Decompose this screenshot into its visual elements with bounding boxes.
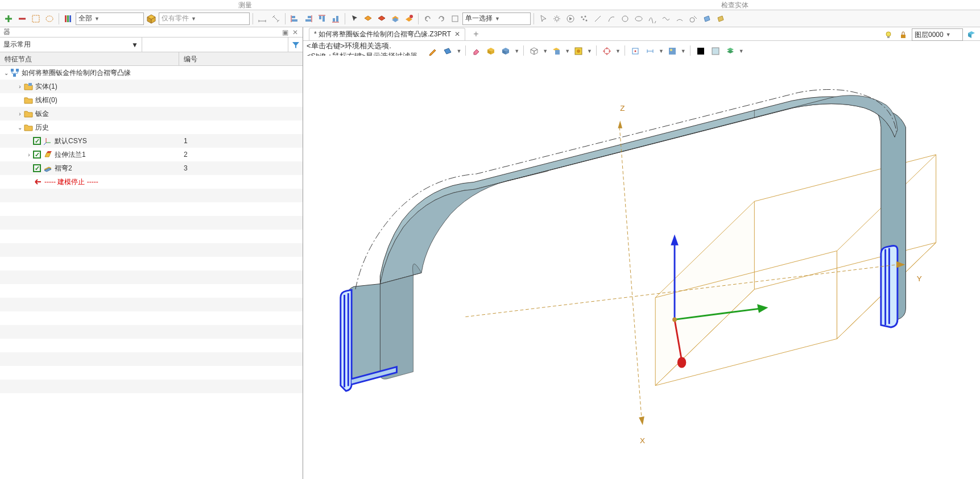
rect-select-icon[interactable] (449, 13, 461, 25)
doc-tab-active[interactable]: * 如何将整圈钣金件绘制闭合褶弯凸缘.Z3PRT ✕ (309, 28, 465, 40)
expander-icon[interactable]: ⌄ (16, 124, 24, 131)
svg-rect-11 (308, 16, 311, 18)
line-icon[interactable] (592, 13, 604, 25)
svg-marker-58 (531, 49, 534, 55)
svg-rect-75 (901, 35, 905, 38)
align-top-icon[interactable] (316, 13, 328, 25)
tree-row-wireframe[interactable]: 线框(0) (0, 93, 303, 107)
circle-icon[interactable] (619, 13, 631, 25)
panel-title: 器 (3, 27, 10, 37)
expander-icon[interactable]: › (16, 111, 24, 117)
svg-rect-43 (28, 83, 32, 86)
color-bars-icon[interactable] (62, 13, 75, 25)
viewport-panel: * 如何将整圈钣金件绘制闭合褶弯凸缘.Z3PRT ✕ + <单击右键>环境相关选… (303, 27, 980, 479)
layers-person-icon[interactable] (403, 13, 415, 25)
remove-icon[interactable] (16, 13, 28, 25)
svg-rect-40 (11, 69, 14, 72)
wave-icon[interactable] (660, 13, 672, 25)
sheet-blue-icon[interactable] (701, 13, 713, 25)
tree-row-root[interactable]: ⌄ 如何将整圈钣金件绘制闭合褶弯凸缘 (0, 66, 303, 80)
col-feature[interactable]: 特征节点 (0, 52, 179, 65)
tree-row-sheetmetal[interactable]: › 钣金 (0, 107, 303, 120)
align-left-icon[interactable] (288, 13, 301, 25)
tree-row-empty (0, 189, 303, 202)
tree-row-empty (0, 352, 303, 366)
checkbox-icon[interactable]: ✓ (33, 151, 41, 159)
folder-history-icon (24, 123, 33, 132)
cursor-icon[interactable] (537, 13, 549, 25)
svg-marker-59 (534, 49, 537, 55)
selection-box-icon[interactable] (30, 13, 42, 25)
svg-marker-39 (718, 16, 723, 22)
folder-wireframe-icon (24, 95, 33, 105)
lightbulb-icon[interactable] (882, 28, 895, 41)
tree-row-flange[interactable]: › ✓ 拉伸法兰1 2 (0, 148, 303, 161)
panel-restore-icon[interactable]: ▣ (281, 28, 289, 36)
scatter-icon[interactable] (578, 13, 590, 25)
tab-measure[interactable]: 测量 (0, 0, 490, 10)
filter-all-combo[interactable]: 全部▼ (76, 13, 144, 25)
tree-row-hem[interactable]: ✓ 褶弯2 3 (0, 161, 303, 175)
arc-icon[interactable] (673, 13, 686, 25)
svg-rect-4 (69, 15, 71, 22)
ellipse-icon[interactable] (632, 13, 645, 25)
tab-inspect-entity[interactable]: 检查实体 (490, 0, 981, 10)
play-icon[interactable] (564, 13, 577, 25)
add-icon[interactable] (2, 13, 15, 25)
checkbox-icon[interactable]: ✓ (33, 164, 41, 172)
align-right-icon[interactable] (302, 13, 315, 25)
filter-funnel-icon[interactable] (288, 38, 303, 52)
model-viewport[interactable]: Z Y X (303, 56, 980, 479)
spline-icon[interactable] (646, 13, 659, 25)
svg-point-32 (586, 19, 588, 21)
expander-icon[interactable]: › (16, 84, 24, 90)
tree-row-history[interactable]: ⌄ 历史 (0, 120, 303, 134)
tree-row-stop[interactable]: ----- 建模停止 ----- (0, 175, 303, 189)
single-select-combo[interactable]: 单一选择▼ (462, 13, 531, 25)
svg-rect-18 (336, 16, 338, 22)
checkbox-icon[interactable]: ✓ (33, 137, 41, 145)
close-icon[interactable]: ✕ (454, 30, 460, 38)
tree-row-empty (0, 243, 303, 257)
csys-icon (43, 136, 52, 145)
tree-row-csys[interactable]: ✓ 默认CSYS 1 (0, 134, 303, 148)
svg-marker-92 (618, 120, 622, 128)
tree-body[interactable]: ⌄ 如何将整圈钣金件绘制闭合褶弯凸缘 › 实体(1) 线框(0) › 钣金 (0, 66, 303, 479)
tangent-icon[interactable] (687, 13, 700, 25)
undo-icon[interactable] (421, 13, 434, 25)
layers-orange-icon[interactable] (362, 13, 374, 25)
part-cube-icon[interactable] (145, 13, 158, 25)
curve-icon[interactable] (605, 13, 618, 25)
layers-red-icon[interactable] (375, 13, 388, 25)
pointer-icon[interactable] (348, 13, 361, 25)
only-part-combo[interactable]: 仅有零件▼ (159, 13, 250, 25)
align-bottom-icon[interactable] (329, 13, 342, 25)
sheet-gold-icon[interactable] (714, 13, 727, 25)
hint-line-1: <单击右键>环境相关选项. (307, 41, 417, 51)
svg-marker-72 (727, 50, 734, 53)
lock-icon[interactable] (897, 28, 909, 41)
panel-close-icon[interactable]: ✕ (291, 28, 299, 36)
svg-rect-0 (32, 15, 39, 22)
svg-line-37 (694, 16, 697, 19)
add-tab-icon[interactable]: + (470, 29, 482, 39)
dimension-icon[interactable] (256, 13, 268, 25)
expander-icon[interactable]: › (25, 152, 33, 158)
show-common-combo[interactable]: 显示常用▼ (0, 38, 142, 52)
tree-row-entity[interactable]: › 实体(1) (0, 80, 303, 93)
svg-rect-2 (65, 15, 67, 22)
col-number[interactable]: 编号 (179, 52, 303, 65)
gear-icon[interactable] (551, 13, 563, 25)
layers-mixed-icon[interactable] (389, 13, 402, 25)
expander-icon[interactable]: ⌄ (2, 70, 10, 76)
redo-icon[interactable] (435, 13, 448, 25)
svg-point-101 (677, 357, 686, 368)
lasso-icon[interactable] (43, 13, 56, 25)
tree-search-input[interactable] (142, 38, 288, 52)
svg-line-82 (754, 155, 936, 201)
dimension2-icon[interactable] (270, 13, 282, 25)
svg-rect-69 (697, 48, 704, 55)
layer-cube-icon[interactable] (965, 28, 978, 41)
tree-row-empty (0, 298, 303, 311)
layer-combo[interactable]: 图层0000▼ (912, 28, 963, 41)
